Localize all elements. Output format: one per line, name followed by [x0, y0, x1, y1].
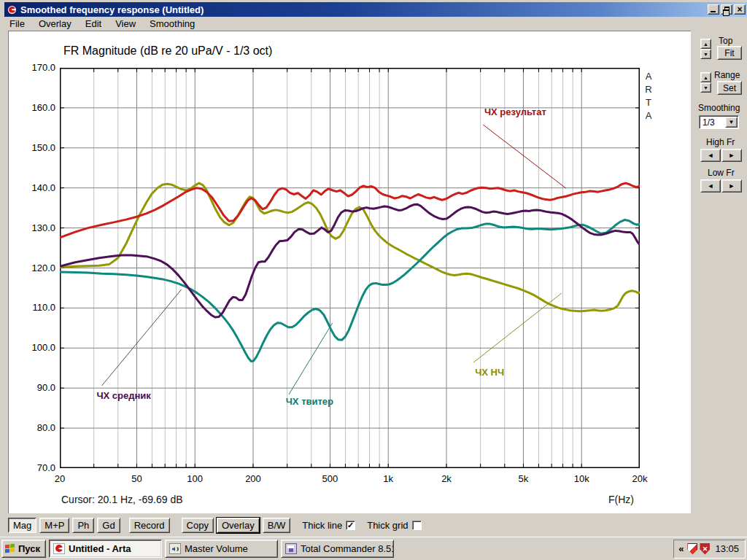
x-tick-label: 20 — [44, 473, 76, 484]
x-tick-label: 50 — [120, 473, 152, 484]
security-shield-icon[interactable] — [687, 543, 697, 555]
top-down-spinner[interactable]: ▼ — [700, 49, 711, 59]
arta-icon — [53, 543, 65, 554]
y-tick-label: 160.0 — [18, 103, 55, 113]
tc-icon — [285, 543, 297, 554]
y-tick-label: 140.0 — [18, 183, 55, 193]
x-tick-label: 5k — [507, 473, 539, 484]
arta-watermark-letter: T — [643, 96, 654, 109]
ph-button[interactable]: Ph — [72, 518, 94, 533]
y-tick-label: 120.0 — [18, 263, 55, 273]
x-axis-unit-label: F(Hz) — [608, 494, 634, 505]
range-down-spinner[interactable]: ▼ — [700, 82, 711, 93]
thick-line-label: Thick line — [302, 520, 342, 531]
menu-item-smoothing[interactable]: Smoothing — [145, 18, 199, 30]
low-fr-label: Low Fr — [708, 168, 735, 178]
restore-icon — [724, 7, 729, 12]
close-button[interactable]: × — [734, 4, 746, 15]
low-fr-left-button[interactable]: ◄ — [700, 179, 721, 192]
smoothing-value: 1/3 — [700, 116, 724, 128]
thick-grid-checkbox[interactable] — [412, 521, 422, 530]
bottom-toolbar: MagM+PPhGdRecordCopyOverlayB/WThick line… — [5, 514, 746, 536]
top-up-spinner[interactable]: ▲ — [700, 39, 711, 49]
y-tick-label: 90.0 — [18, 383, 55, 393]
range-up-spinner[interactable]: ▲ — [700, 72, 711, 82]
fit-button[interactable]: Fit — [717, 46, 742, 60]
system-tray: « ✕ 13:05 — [673, 540, 746, 559]
record-button[interactable]: Record — [129, 518, 170, 533]
chart-client-area: FR Magnitude (dB re 20 uPa/V - 1/3 oct) … — [8, 31, 691, 513]
chart-title: FR Magnitude (dB re 20 uPa/V - 1/3 oct) — [63, 44, 272, 58]
y-tick-label: 80.0 — [18, 423, 55, 433]
minimize-button[interactable] — [708, 4, 719, 15]
volume-icon — [169, 543, 181, 554]
smoothing-combobox[interactable]: 1/3 ▼ — [699, 115, 739, 129]
task-button-volume[interactable]: Master Volume — [165, 540, 278, 558]
curve-annotation: ЧХ твитер — [286, 396, 333, 407]
menu-item-edit[interactable]: Edit — [81, 18, 106, 30]
x-tick-label: 200 — [237, 473, 269, 484]
task-button-arta[interactable]: Untitled - Arta — [49, 540, 162, 558]
range-label: Range — [714, 70, 740, 80]
overlay-button[interactable]: Overlay — [217, 518, 260, 533]
start-button-label: Пуск — [18, 543, 40, 554]
gd-button[interactable]: Gd — [97, 518, 120, 533]
high-fr-right-button[interactable]: ► — [721, 149, 742, 162]
windows-logo-icon — [5, 544, 15, 553]
start-button[interactable]: Пуск — [1, 540, 46, 558]
high-fr-label: High Fr — [706, 137, 735, 147]
mag-button[interactable]: Mag — [8, 518, 36, 533]
thick-grid-label: Thick grid — [367, 520, 408, 531]
annotation-leader-line — [483, 125, 566, 188]
chevron-down-icon[interactable]: ▼ — [725, 117, 738, 128]
minimize-icon — [711, 11, 716, 12]
bw-button[interactable]: B/W — [263, 518, 291, 533]
side-panel: Top ▲ ▼ Fit Range ▲ ▼ Set Smoothing 1/3 … — [691, 31, 747, 513]
mp-button[interactable]: M+P — [39, 518, 69, 533]
restore-button[interactable] — [721, 4, 732, 15]
menu-item-view[interactable]: View — [111, 18, 140, 30]
x-tick-label: 2k — [430, 473, 462, 484]
menu-bar: FileOverlayEditViewSmoothing — [5, 18, 746, 30]
task-button-label: Total Commander 8.51a ... — [301, 543, 394, 554]
x-tick-label: 20k — [624, 473, 656, 484]
annotation-leader-line — [102, 289, 182, 386]
curve-ЧХ НЧ — [60, 183, 640, 311]
task-button-label: Untitled - Arta — [69, 543, 131, 554]
arta-watermark-letter: R — [643, 83, 654, 96]
arta-watermark-letter: A — [643, 70, 654, 83]
y-tick-label: 150.0 — [18, 143, 55, 153]
y-tick-label: 70.0 — [18, 463, 55, 473]
curve-annotation: ЧХ средник — [96, 390, 150, 401]
y-tick-label: 110.0 — [18, 303, 55, 313]
x-tick-label: 10k — [565, 473, 597, 484]
copy-button[interactable]: Copy — [182, 518, 214, 533]
x-tick-label: 100 — [179, 473, 211, 484]
y-tick-label: 130.0 — [18, 223, 55, 233]
clock: 13:05 — [715, 543, 739, 554]
app-icon — [7, 4, 18, 15]
menu-item-file[interactable]: File — [5, 18, 29, 30]
menu-item-overlay[interactable]: Overlay — [34, 18, 76, 30]
low-fr-right-button[interactable]: ► — [721, 179, 742, 192]
arta-window: Smoothed frequency response (Untitled) ×… — [0, 0, 747, 537]
chart-canvas — [60, 68, 640, 468]
x-tick-label: 1k — [372, 473, 404, 484]
top-label: Top — [719, 36, 732, 46]
task-button-label: Master Volume — [185, 543, 248, 554]
tray-expand-icon[interactable]: « — [678, 543, 684, 554]
security-alert-icon[interactable]: ✕ — [700, 543, 710, 555]
task-button-tc[interactable]: Total Commander 8.51a ... — [281, 540, 394, 558]
y-tick-label: 170.0 — [18, 63, 55, 73]
arta-watermark-letter: A — [643, 109, 654, 122]
thick-line-checkbox[interactable]: ✓ — [346, 521, 355, 530]
smoothing-label: Smoothing — [698, 103, 740, 113]
high-fr-left-button[interactable]: ◄ — [700, 149, 721, 162]
close-icon: × — [737, 6, 742, 13]
curve-annotation: ЧХ НЧ — [475, 367, 504, 378]
title-bar[interactable]: Smoothed frequency response (Untitled) × — [4, 2, 747, 17]
curve-annotation: ЧХ результат — [484, 106, 546, 117]
cursor-readout: Cursor: 20.1 Hz, -69.69 dB — [61, 494, 183, 505]
curve-ЧХ твитер — [60, 220, 640, 362]
set-button[interactable]: Set — [717, 81, 742, 95]
